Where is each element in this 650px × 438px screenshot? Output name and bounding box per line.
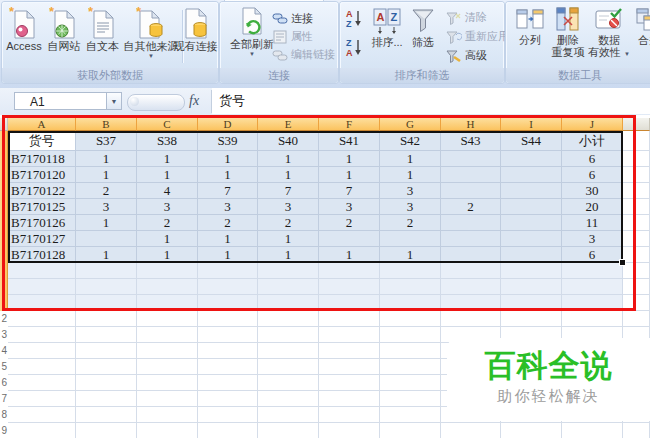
data-cell[interactable]: 2 (258, 215, 319, 231)
data-cell[interactable]: 2 (380, 215, 441, 231)
existing-connections-button[interactable]: 现有连接 (173, 6, 218, 68)
data-cell[interactable] (441, 167, 501, 183)
grid-cell[interactable] (562, 423, 623, 438)
grid-cell[interactable] (76, 263, 137, 279)
data-cell[interactable]: 6 (562, 151, 623, 167)
select-all-corner[interactable] (0, 118, 8, 131)
text-to-columns-button[interactable]: 分列 (512, 6, 548, 68)
data-cell[interactable]: 3 (319, 199, 380, 215)
data-cell[interactable]: 1 (76, 167, 137, 183)
grid-cell[interactable] (258, 263, 319, 279)
grid-cell[interactable] (623, 151, 650, 167)
data-cell[interactable]: 1 (137, 231, 198, 247)
data-cell[interactable]: 1 (198, 231, 258, 247)
sort-ascending-button[interactable]: A Z (345, 9, 363, 26)
row-header[interactable]: 8 (0, 407, 7, 423)
grid-cell[interactable] (137, 359, 198, 375)
row-header[interactable]: 4 (0, 343, 7, 359)
grid-cell[interactable] (198, 375, 258, 391)
data-cell[interactable]: 20 (562, 199, 623, 215)
grid-cell[interactable] (76, 343, 137, 359)
data-cell[interactable]: B7170126 (8, 215, 76, 231)
data-cell[interactable]: 2 (441, 199, 501, 215)
data-cell[interactable] (441, 151, 501, 167)
grid-cell[interactable] (623, 279, 650, 295)
connections-button[interactable]: 连接 (272, 10, 313, 27)
data-cell[interactable]: 1 (76, 247, 137, 263)
data-cell[interactable]: 3 (380, 183, 441, 199)
grid-cell[interactable] (76, 391, 137, 407)
data-cell[interactable] (501, 151, 562, 167)
column-header-B[interactable]: B (76, 118, 137, 131)
grid-cell[interactable] (8, 423, 76, 438)
grid-cell[interactable] (8, 359, 76, 375)
row-header[interactable]: 3 (0, 327, 7, 343)
remove-duplicates-button[interactable]: 删除 重复项 (548, 6, 588, 68)
column-header-J[interactable]: J (562, 118, 623, 131)
grid-cell[interactable] (380, 423, 441, 438)
data-cell[interactable] (501, 215, 562, 231)
data-cell[interactable] (501, 183, 562, 199)
grid-cell[interactable] (76, 423, 137, 438)
data-cell[interactable]: 1 (258, 167, 319, 183)
data-cell[interactable]: 1 (319, 167, 380, 183)
header-cell[interactable]: S37 (76, 131, 137, 151)
data-validation-button[interactable]: 数据 有效性 ▼ (588, 6, 630, 68)
grid-cell[interactable] (8, 311, 76, 327)
grid-cell[interactable] (380, 327, 441, 343)
data-cell[interactable]: 3 (258, 199, 319, 215)
grid-cell[interactable] (258, 327, 319, 343)
column-header-H[interactable]: H (441, 118, 501, 131)
data-cell[interactable]: 2 (76, 183, 137, 199)
advanced-filter-button[interactable]: 高级 (446, 47, 487, 64)
row-header-strip[interactable] (0, 131, 8, 311)
grid-cell[interactable] (198, 279, 258, 295)
data-cell[interactable]: 1 (137, 247, 198, 263)
data-cell[interactable]: 2 (319, 215, 380, 231)
grid-cell[interactable] (319, 311, 380, 327)
grid-cell[interactable] (501, 295, 562, 311)
grid-cell[interactable] (198, 407, 258, 423)
sort-descending-button[interactable]: Z A (345, 38, 363, 55)
grid-cell[interactable] (501, 423, 562, 438)
grid-cell[interactable] (623, 167, 650, 183)
data-cell[interactable]: B7170122 (8, 183, 76, 199)
data-cell[interactable]: 3 (198, 199, 258, 215)
header-cell[interactable]: 小计 (562, 131, 623, 151)
row-header[interactable]: 9 (0, 423, 7, 438)
grid-cell[interactable] (623, 131, 650, 151)
formula-input[interactable]: 货号 (212, 88, 650, 114)
grid-cell[interactable] (258, 423, 319, 438)
row-header[interactable]: 2 (0, 311, 7, 327)
data-cell[interactable]: 1 (319, 151, 380, 167)
data-cell[interactable]: 1 (198, 151, 258, 167)
grid-cell[interactable] (623, 199, 650, 215)
grid-cell[interactable] (198, 311, 258, 327)
data-cell[interactable]: 30 (562, 183, 623, 199)
grid-cell[interactable] (501, 263, 562, 279)
grid-cell[interactable] (198, 263, 258, 279)
grid-cell[interactable] (76, 279, 137, 295)
name-box[interactable]: A1 (14, 92, 107, 110)
from-text-button[interactable]: * 自文本 (84, 6, 121, 68)
grid-cell[interactable] (380, 295, 441, 311)
grid-cell[interactable] (380, 359, 441, 375)
grid-cell[interactable] (258, 407, 319, 423)
grid-cell[interactable] (319, 359, 380, 375)
grid-cell[interactable] (8, 279, 76, 295)
column-header-partial[interactable] (623, 118, 650, 131)
grid-cell[interactable] (501, 279, 562, 295)
grid-cell[interactable] (137, 391, 198, 407)
grid-cell[interactable] (380, 375, 441, 391)
filter-button[interactable]: 筛选 (402, 6, 444, 68)
data-cell[interactable] (76, 231, 137, 247)
row-header[interactable]: 6 (0, 375, 7, 391)
grid-cell[interactable] (198, 391, 258, 407)
grid-cell[interactable] (8, 343, 76, 359)
data-cell[interactable]: 1 (380, 151, 441, 167)
data-cell[interactable] (501, 199, 562, 215)
from-other-sources-button[interactable]: * 自其他来源 ▼ (122, 6, 180, 68)
column-header-A[interactable]: A (8, 118, 76, 131)
grid-cell[interactable] (562, 279, 623, 295)
grid-cell[interactable] (8, 391, 76, 407)
